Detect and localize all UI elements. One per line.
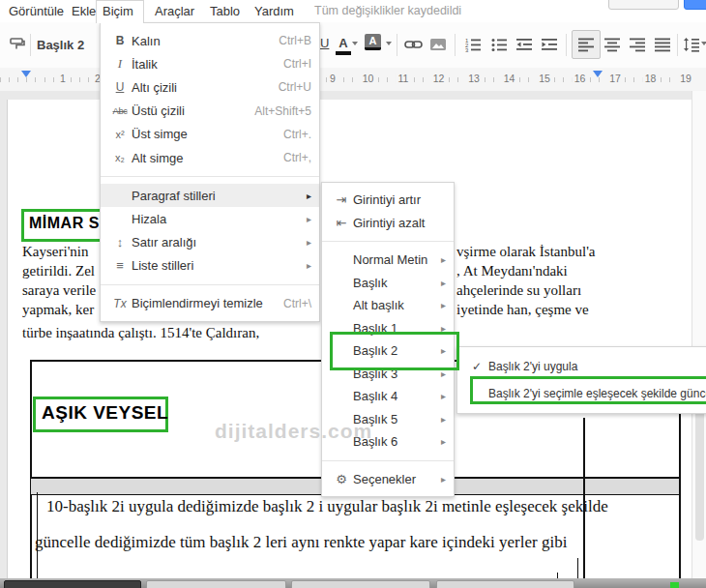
shortcut-label: Ctrl+\ [283, 297, 311, 310]
menu-separator [322, 460, 454, 461]
format-menu-item[interactable]: B Kalın Ctrl+B ▸ [101, 29, 319, 52]
format-menu-item[interactable]: Tx Biçimlendirmeyi temizle Ctrl+\ ▸ [101, 292, 319, 315]
submenu-arrow-icon: ▸ [441, 254, 446, 265]
shortcut-label: Ctrl+U [279, 80, 311, 94]
indent-decrease-icon: ⇤ [330, 216, 353, 230]
line-spacing-caret-icon[interactable] [701, 42, 706, 45]
text-color-caret-icon[interactable] [352, 42, 358, 45]
menu-tablo[interactable]: Tablo [204, 0, 246, 22]
paint-format-icon[interactable] [8, 33, 27, 56]
paragraph-style-menu-item[interactable]: ⇤ Girintiyi azalt ▸ [322, 212, 454, 235]
insert-link-icon[interactable] [403, 33, 423, 56]
align-left-button-active[interactable] [572, 30, 601, 59]
paragraph-line: , At Meydanı'ndaki [456, 263, 568, 279]
menu-bicim[interactable]: Biçim [96, 0, 144, 23]
submenu-arrow-icon: ▸ [441, 436, 446, 447]
underline-icon: U [108, 80, 132, 94]
bulleted-list-icon[interactable] [489, 33, 509, 56]
line-spacing-icon[interactable] [682, 33, 701, 56]
highlight-caret-icon[interactable] [386, 42, 392, 45]
text-color-icon[interactable]: A [336, 34, 351, 55]
justify-icon[interactable] [653, 33, 672, 56]
right-indent-marker[interactable] [593, 71, 603, 77]
submenu-arrow-icon: ▸ [441, 474, 446, 485]
strikethrough-icon: Abc [108, 105, 132, 116]
italic-icon: I [108, 56, 132, 72]
format-menu-item[interactable]: Hizala ▸ [101, 207, 319, 230]
save-status: Tüm değişiklikler kaydedildi [314, 0, 461, 22]
bold-icon: B [108, 34, 132, 47]
annotation-box-update-item [470, 376, 706, 404]
shortcut-label: Alt+Shift+5 [254, 104, 311, 118]
taskbar-button[interactable] [146, 580, 286, 588]
taskbar-button[interactable] [436, 580, 574, 588]
decrease-indent-icon[interactable] [515, 33, 534, 56]
gear-icon: ⚙ [330, 472, 353, 486]
format-menu-item[interactable]: Paragraf stilleri ▸ [101, 184, 319, 207]
ruler-number: 17 [606, 73, 624, 84]
superscript-icon: x² [108, 129, 132, 140]
menu-separator [322, 241, 454, 242]
paragraph-style-menu-item[interactable]: Alt başlık ▸ [322, 294, 454, 317]
insert-image-icon[interactable] [428, 33, 448, 56]
paragraph-style-menu-item[interactable]: Başlık 4 ▸ [322, 385, 454, 408]
paragraph-style-selector[interactable]: Başlık 2 [37, 34, 84, 56]
svg-text:3: 3 [465, 47, 469, 53]
format-menu: B Kalın Ctrl+B ▸ I İtalik Ctrl+I ▸ U Alt… [100, 22, 320, 322]
paragraph-line: saraya verile [22, 282, 96, 299]
checkmark-icon: ✓ [465, 360, 488, 373]
shortcut-label: Ctrl+. [283, 128, 311, 141]
share-button[interactable] [684, 0, 706, 10]
format-menu-item[interactable]: ≡ Liste stilleri ▸ [101, 254, 319, 278]
align-center-icon[interactable] [603, 33, 622, 56]
toolbar-separator [397, 34, 397, 56]
taskbar-button[interactable] [291, 580, 430, 588]
align-right-icon[interactable] [628, 33, 647, 56]
paragraph-style-menu-item[interactable]: ⚙ Seçenekler ▸ [322, 468, 454, 491]
vertical-scrollbar[interactable] [691, 91, 706, 578]
menu-goruntule[interactable]: Görüntüle [3, 0, 70, 22]
submenu-arrow-icon: ▸ [441, 391, 446, 401]
taskbar-button-active[interactable] [4, 580, 141, 588]
paragraph-style-menu-item[interactable]: Normal Metin ▸ [322, 249, 454, 272]
submenu-arrow-icon: ▸ [307, 214, 311, 224]
indent-increase-icon: ⇥ [330, 192, 353, 207]
numbered-list-icon[interactable]: 123 [463, 33, 483, 56]
format-menu-item[interactable]: U Altı çizili Ctrl+U ▸ [101, 75, 319, 99]
submenu-arrow-icon: ▸ [441, 414, 446, 425]
paragraph-line: vşirme olarak İstanbul'a [456, 244, 596, 260]
ruler-number: 19 [677, 73, 694, 84]
document-heading-asik: AŞIK VEYSEL [42, 402, 168, 424]
paragraph-line: ahçelerinde su yolları [456, 282, 581, 299]
shortcut-label: Ctrl+, [283, 151, 311, 164]
google-docs-window: Görüntüle Ekle Biçim Araçlar Tablo Yardı… [0, 0, 706, 588]
format-menu-item[interactable]: Abc Üstü çizili Alt+Shift+5 ▸ [101, 100, 319, 123]
ruler-number: 16 [572, 73, 589, 84]
ruler-number: 11 [396, 73, 412, 84]
watermark: dijitalders.com [215, 420, 372, 443]
document-heading-mimar: MİMAR S [29, 215, 100, 232]
paragraph-line: Kayseri'nin [22, 244, 89, 260]
ruler-number: 15 [536, 73, 553, 84]
underline-icon[interactable]: U [320, 36, 329, 50]
format-menu-item[interactable]: ↕ Satır aralığı ▸ [101, 231, 319, 254]
menu-yardim[interactable]: Yardım [249, 0, 300, 22]
submenu-arrow-icon: ▸ [307, 191, 311, 201]
increase-indent-icon[interactable] [540, 33, 559, 56]
list-styles-icon: ≡ [108, 258, 132, 273]
format-menu-item[interactable]: x² Üst simge Ctrl+. ▸ [101, 123, 319, 146]
paragraph-line: türbe inşaatında çalıştı. 1514'te Çaldır… [22, 325, 259, 341]
table-border-left [30, 360, 32, 578]
highlight-color-icon[interactable]: A [365, 34, 381, 50]
paragraph-style-menu-item[interactable]: ⇥ Girintiyi artır ▸ [322, 189, 454, 212]
subscript-icon: x₂ [108, 152, 132, 163]
paragraph-style-menu-item[interactable]: Başlık ▸ [322, 272, 454, 295]
comments-button[interactable] [608, 0, 679, 10]
left-indent-marker[interactable] [21, 71, 31, 77]
menu-separator [101, 176, 319, 177]
submenu-arrow-icon: ▸ [441, 278, 446, 288]
format-menu-item[interactable]: x₂ Alt simge Ctrl+, ▸ [101, 146, 319, 169]
menu-araclar[interactable]: Araçlar [149, 0, 200, 22]
format-menu-item[interactable]: I İtalik Ctrl+I ▸ [101, 52, 319, 75]
paragraph-line: getirildi. Zel [22, 263, 95, 279]
